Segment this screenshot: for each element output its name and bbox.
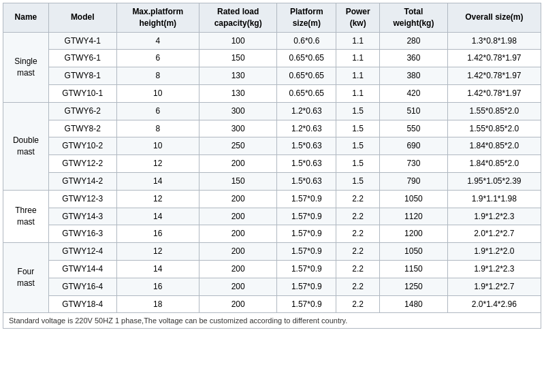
total-weight-cell: 550 [380,120,448,137]
col-header-total-weight: Totalweight(kg) [380,3,448,33]
power-cell: 2.2 [336,260,380,278]
col-header-overall-size: Overall size(m) [447,3,541,33]
power-cell: 1.5 [336,102,380,120]
max-height-cell: 12 [116,243,199,261]
max-height-cell: 18 [116,295,199,313]
total-weight-cell: 1250 [380,278,448,295]
total-weight-cell: 1120 [380,208,448,225]
overall-size-cell: 2.0*1.2*2.7 [447,225,541,243]
rated-load-cell: 300 [199,102,276,120]
overall-size-cell: 1.3*0.8*1.98 [447,32,541,50]
overall-size-cell: 2.0*1.4*2.96 [447,295,541,313]
table-row: GTWY14-4142001.57*0.92.211501.9*1.2*2.3 [3,260,541,278]
total-weight-cell: 1480 [380,295,448,313]
total-weight-cell: 510 [380,102,448,120]
overall-size-cell: 1.55*0.85*2.0 [447,120,541,137]
max-height-cell: 14 [116,260,199,278]
max-height-cell: 14 [116,208,199,225]
rated-load-cell: 200 [199,225,276,243]
rated-load-cell: 150 [199,172,276,190]
max-height-cell: 6 [116,102,199,120]
platform-size-cell: 1.57*0.9 [277,208,336,225]
power-cell: 1.1 [336,32,380,50]
power-cell: 2.2 [336,278,380,295]
power-cell: 1.5 [336,137,380,155]
rated-load-cell: 130 [199,67,276,85]
col-header-rated-load: Rated loadcapacity(kg) [199,3,276,33]
platform-size-cell: 0.6*0.6 [277,32,336,50]
platform-size-cell: 1.57*0.9 [277,225,336,243]
table-row: GTWY12-2122001.5*0.631.57301.84*0.85*2.0 [3,155,541,173]
model-cell: GTWY16-3 [48,225,116,243]
platform-size-cell: 1.5*0.63 [277,137,336,155]
model-cell: GTWY18-4 [48,295,116,313]
overall-size-cell: 1.42*0.78*1.97 [447,84,541,102]
platform-size-cell: 0.65*0.65 [277,50,336,67]
total-weight-cell: 1050 [380,190,448,208]
table-row: GTWY10-2102501.5*0.631.56901.84*0.85*2.0 [3,137,541,155]
total-weight-cell: 790 [380,172,448,190]
model-cell: GTWY16-4 [48,278,116,295]
overall-size-cell: 1.84*0.85*2.0 [447,155,541,173]
group-name-cell: Singlemast [3,32,49,102]
table-row: GTWY16-3162001.57*0.92.212002.0*1.2*2.7 [3,225,541,243]
table-row: SinglemastGTWY4-141000.6*0.61.12801.3*0.… [3,32,541,50]
max-height-cell: 16 [116,278,199,295]
platform-size-cell: 1.2*0.63 [277,102,336,120]
power-cell: 2.2 [336,208,380,225]
table-row: GTWY8-181300.65*0.651.13801.42*0.78*1.97 [3,67,541,85]
model-cell: GTWY10-2 [48,137,116,155]
table-row: DoublemastGTWY6-263001.2*0.631.55101.55*… [3,102,541,120]
overall-size-cell: 1.9*1.1*1.98 [447,190,541,208]
model-cell: GTWY14-2 [48,172,116,190]
max-height-cell: 12 [116,155,199,173]
rated-load-cell: 200 [199,190,276,208]
footer-note: Standard voltage is 220V 50HZ 1 phase,Th… [3,313,541,329]
overall-size-cell: 1.55*0.85*2.0 [447,102,541,120]
model-cell: GTWY14-3 [48,208,116,225]
power-cell: 2.2 [336,190,380,208]
rated-load-cell: 200 [199,278,276,295]
col-header-power: Power(kw) [336,3,380,33]
max-height-cell: 10 [116,84,199,102]
table-wrapper: Name Model Max.platformheight(m) Rated l… [0,0,544,331]
rated-load-cell: 200 [199,295,276,313]
total-weight-cell: 690 [380,137,448,155]
rated-load-cell: 130 [199,84,276,102]
total-weight-cell: 360 [380,50,448,67]
platform-size-cell: 1.57*0.9 [277,243,336,261]
table-row: GTWY8-283001.2*0.631.55501.55*0.85*2.0 [3,120,541,137]
power-cell: 1.5 [336,172,380,190]
max-height-cell: 10 [116,137,199,155]
model-cell: GTWY6-1 [48,50,116,67]
power-cell: 1.1 [336,50,380,67]
overall-size-cell: 1.9*1.2*2.3 [447,260,541,278]
platform-size-cell: 1.57*0.9 [277,260,336,278]
platform-size-cell: 1.57*0.9 [277,295,336,313]
platform-size-cell: 1.5*0.63 [277,172,336,190]
max-height-cell: 8 [116,120,199,137]
platform-size-cell: 1.5*0.63 [277,155,336,173]
max-height-cell: 14 [116,172,199,190]
platform-size-cell: 1.57*0.9 [277,278,336,295]
max-height-cell: 12 [116,190,199,208]
table-row: GTWY16-4162001.57*0.92.212501.9*1.2*2.7 [3,278,541,295]
table-row: ThreemastGTWY12-3122001.57*0.92.210501.9… [3,190,541,208]
total-weight-cell: 1050 [380,243,448,261]
platform-size-cell: 0.65*0.65 [277,67,336,85]
power-cell: 2.2 [336,243,380,261]
group-name-cell: Doublemast [3,102,49,190]
overall-size-cell: 1.84*0.85*2.0 [447,137,541,155]
table-row: GTWY14-2141501.5*0.631.57901.95*1.05*2.3… [3,172,541,190]
power-cell: 1.1 [336,67,380,85]
overall-size-cell: 1.42*0.78*1.97 [447,50,541,67]
col-header-platform-size: Platformsize(m) [277,3,336,33]
group-name-cell: Threemast [3,190,49,242]
table-row: GTWY14-3142001.57*0.92.211201.9*1.2*2.3 [3,208,541,225]
total-weight-cell: 1150 [380,260,448,278]
total-weight-cell: 730 [380,155,448,173]
table-row: GTWY6-161500.65*0.651.13601.42*0.78*1.97 [3,50,541,67]
table-row: FourmastGTWY12-4122001.57*0.92.210501.9*… [3,243,541,261]
power-cell: 2.2 [336,225,380,243]
platform-size-cell: 0.65*0.65 [277,84,336,102]
